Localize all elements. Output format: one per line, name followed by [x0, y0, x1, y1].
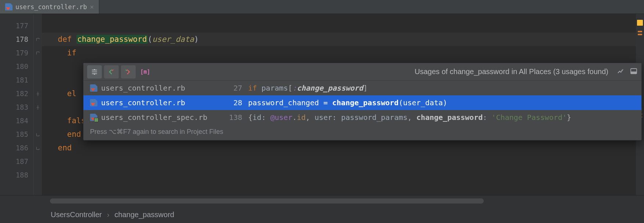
marker[interactable]: [638, 31, 642, 32]
method-filter-icon: [m]: [140, 69, 150, 75]
fold-handle: [34, 60, 42, 73]
line-number[interactable]: 177: [0, 19, 33, 33]
usage-row[interactable]: users_controller.rb28password_changed = …: [83, 95, 641, 110]
line-number[interactable]: 187: [0, 155, 33, 168]
prev-occurrence-button[interactable]: [104, 65, 119, 78]
line-number[interactable]: 180: [0, 60, 33, 73]
usage-snippet: if params[:change_password]: [248, 84, 635, 92]
paren: (: [148, 35, 153, 44]
fold-handle[interactable]: [34, 87, 42, 100]
filter-method-button[interactable]: [m]: [138, 65, 153, 78]
ruby-spec-file-icon: [90, 114, 97, 121]
code-line-current: def change_password(user_data): [42, 33, 636, 46]
line-number[interactable]: 183: [0, 100, 33, 114]
line-number[interactable]: 179: [0, 46, 33, 60]
usage-snippet: {id: @user.id, user: password_params, ch…: [248, 113, 635, 122]
breadcrumb[interactable]: UsersController › change_password: [0, 206, 644, 223]
line-number[interactable]: 182: [0, 87, 33, 100]
close-icon[interactable]: ×: [90, 3, 94, 11]
horizontal-scroll-area: [0, 195, 644, 206]
usage-filename: users_controller_spec.rb: [101, 113, 207, 122]
inspection-marker-icon[interactable]: [637, 20, 643, 26]
usage-file: users_controller.rb: [90, 98, 222, 107]
line-number[interactable]: 185: [0, 128, 33, 141]
line-number-gutter: 177178179180181182183184185186187188: [0, 14, 34, 195]
fold-handle: [34, 19, 42, 33]
paren: ): [194, 35, 199, 44]
breadcrumb-item[interactable]: change_password: [115, 211, 174, 219]
editor-area: 177178179180181182183184185186187188 def…: [0, 14, 644, 195]
editor-bottom: UsersController › change_password: [0, 195, 644, 223]
fold-handle: [34, 155, 42, 168]
breadcrumb-item[interactable]: UsersController: [51, 211, 102, 219]
tab-filename: users_controller.rb: [15, 3, 87, 11]
code-line: [42, 155, 636, 168]
line-number[interactable]: 178: [0, 33, 33, 46]
fold-handle[interactable]: [34, 128, 42, 141]
line-number[interactable]: 184: [0, 114, 33, 128]
svg-point-0: [622, 70, 623, 71]
expand-all-button[interactable]: [87, 65, 102, 78]
fold-handle: [34, 168, 42, 182]
chevron-right-icon: ›: [107, 211, 110, 219]
settings-icon[interactable]: [616, 67, 625, 77]
method-name: change_password: [76, 35, 148, 44]
code-line: end: [42, 141, 636, 155]
line-number[interactable]: 186: [0, 141, 33, 155]
fold-gutter: [34, 14, 42, 195]
parameter: user_data: [152, 35, 194, 44]
ide-window: users_controller.rb × 177178179180181182…: [0, 0, 644, 223]
ruby-file-icon: [90, 84, 97, 92]
usages-popup-title: Usages of change_password in All Places …: [155, 67, 612, 76]
code-line: [42, 168, 636, 182]
marker[interactable]: [638, 34, 642, 35]
usage-file: users_controller.rb: [90, 84, 222, 92]
usage-row[interactable]: users_controller.rb27if params[:change_p…: [83, 81, 641, 95]
fold-handle: [34, 114, 42, 128]
usages-popup-header: [m] Usages of change_password in All Pla…: [83, 63, 641, 81]
usages-popup-footer: Press ⌥⌘F7 again to search in Project Fi…: [83, 125, 641, 140]
keyword-end: end: [67, 130, 81, 139]
keyword-end: end: [58, 143, 72, 152]
usage-file: users_controller_spec.rb: [90, 113, 222, 122]
editor-tab[interactable]: users_controller.rb ×: [0, 0, 99, 14]
usage-line-number: 28: [228, 98, 242, 107]
svg-rect-2: [631, 72, 637, 74]
usage-snippet: password_changed = change_password(user_…: [248, 98, 635, 107]
fold-handle[interactable]: [34, 33, 42, 46]
usage-filename: users_controller.rb: [101, 84, 185, 92]
fold-handle[interactable]: [34, 46, 42, 60]
usages-popup: [m] Usages of change_password in All Pla…: [83, 63, 642, 140]
next-occurrence-button[interactable]: [121, 65, 136, 78]
horizontal-scrollbar[interactable]: [50, 198, 484, 204]
code-line: [42, 19, 636, 33]
arrow-next-icon: [125, 68, 132, 76]
keyword-def: def: [58, 35, 76, 44]
fold-handle[interactable]: [34, 100, 42, 114]
usage-filename: users_controller.rb: [101, 98, 185, 107]
usages-popup-tools: [614, 67, 638, 77]
arrow-prev-icon: [108, 68, 115, 76]
open-toolwindow-icon[interactable]: [630, 67, 638, 77]
usages-list: users_controller.rb27if params[:change_p…: [83, 81, 641, 125]
usage-line-number: 27: [228, 84, 242, 92]
usage-row[interactable]: users_controller_spec.rb138{id: @user.id…: [83, 110, 641, 125]
ruby-file-icon: [5, 3, 12, 11]
expand-icon: [91, 68, 98, 76]
line-number[interactable]: 188: [0, 168, 33, 182]
code-line: if: [42, 46, 636, 60]
fold-handle[interactable]: [34, 141, 42, 155]
usage-line-number: 138: [228, 113, 242, 122]
keyword-else: el: [67, 89, 76, 98]
ruby-file-icon: [90, 99, 97, 106]
tab-bar: users_controller.rb ×: [0, 0, 644, 14]
fold-handle: [34, 73, 42, 87]
keyword-if: if: [67, 48, 76, 57]
line-number[interactable]: 181: [0, 73, 33, 87]
